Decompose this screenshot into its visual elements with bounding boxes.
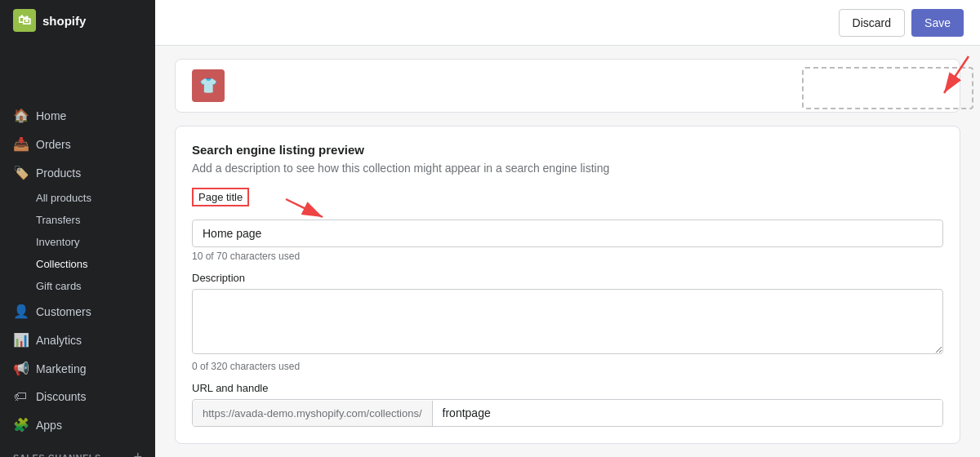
- url-prefix: https://avada-demo.myshopify.com/collect…: [193, 401, 433, 426]
- main-content: 👕 Search engine listing prev: [155, 46, 980, 457]
- analytics-icon: 📊: [13, 332, 28, 348]
- sidebar-item-products-label: Products: [36, 166, 81, 180]
- orders-icon: 📥: [13, 136, 28, 152]
- sidebar-subitem-collections[interactable]: Collections: [0, 253, 155, 275]
- sidebar-wrapper: 🏠 Home 📥 Orders 🏷️ Products All products: [0, 52, 155, 450]
- sidebar-item-marketing-label: Marketing: [36, 362, 86, 375]
- discard-button[interactable]: Discard: [839, 9, 905, 37]
- sidebar-item-customers[interactable]: 👤 Customers: [0, 297, 155, 326]
- sidebar-subitem-inventory[interactable]: Inventory: [0, 231, 155, 253]
- inventory-label: Inventory: [36, 236, 79, 248]
- marketing-icon: 📢: [13, 361, 28, 376]
- sidebar-item-products[interactable]: 🏷️ Products: [0, 158, 155, 187]
- header-actions: Discard Save: [839, 9, 964, 37]
- sidebar-nav: 🏠 Home 📥 Orders 🏷️ Products All products: [0, 98, 155, 457]
- page-title-label: Page title: [192, 188, 249, 206]
- sidebar: 🛍 shopify 🏠 Home 📥 Orders 🏷️ Products: [0, 46, 155, 457]
- sidebar-item-analytics[interactable]: 📊 Analytics: [0, 326, 155, 354]
- url-handle-container: https://avada-demo.myshopify.com/collect…: [192, 399, 943, 427]
- sidebar-item-home-label: Home: [36, 109, 66, 122]
- gift-cards-label: Gift cards: [36, 280, 82, 292]
- sidebar-item-customers-label: Customers: [36, 305, 91, 318]
- sales-channels-label: SALES CHANNELS: [13, 453, 101, 458]
- sidebar-item-orders-label: Orders: [36, 138, 71, 151]
- sidebar-subitem-all-products[interactable]: All products: [0, 187, 155, 209]
- sidebar-item-discounts[interactable]: 🏷 Discounts: [0, 383, 155, 410]
- sidebar-item-home[interactable]: 🏠 Home: [0, 101, 155, 130]
- search-engine-listing-card: Search engine listing preview Add a desc…: [175, 126, 960, 444]
- description-label: Description: [192, 272, 943, 284]
- customers-icon: 👤: [13, 304, 28, 319]
- description-char-count: 0 of 320 characters used: [192, 361, 943, 372]
- search-engine-description: Add a description to see how this collec…: [192, 162, 943, 175]
- page-title-label-wrapper: Page title: [192, 188, 249, 211]
- svg-line-3: [286, 199, 323, 217]
- url-handle-input[interactable]: [433, 400, 942, 426]
- dashed-annotation-box: [802, 67, 973, 109]
- transfers-label: Transfers: [36, 214, 80, 226]
- search-engine-title: Search engine listing preview: [192, 143, 943, 157]
- main-layout: 🛍 shopify 🏠 Home 📥 Orders 🏷️ Products: [0, 46, 980, 457]
- page-title-char-count: 10 of 70 characters used: [192, 251, 943, 262]
- discounts-icon: 🏷: [13, 389, 28, 404]
- arrow-annotation-page-title: [282, 191, 339, 224]
- collections-label: Collections: [36, 258, 88, 270]
- sidebar-item-analytics-label: Analytics: [36, 334, 82, 347]
- product-image: 👕: [192, 69, 225, 102]
- sidebar-subitem-transfers[interactable]: Transfers: [0, 209, 155, 231]
- sidebar-item-apps-label: Apps: [36, 419, 62, 432]
- apps-icon: 🧩: [13, 417, 28, 433]
- add-sales-channel-button[interactable]: +: [133, 449, 142, 457]
- sidebar-subitem-gift-cards[interactable]: Gift cards: [0, 275, 155, 297]
- content-area: 👕 Search engine listing prev: [155, 46, 980, 457]
- sidebar-item-marketing[interactable]: 📢 Marketing: [0, 354, 155, 383]
- sidebar-item-orders[interactable]: 📥 Orders: [0, 130, 155, 158]
- description-textarea[interactable]: [192, 289, 943, 354]
- home-icon: 🏠: [13, 108, 28, 123]
- url-handle-label: URL and handle: [192, 382, 943, 394]
- sales-channels-header: SALES CHANNELS +: [0, 439, 155, 457]
- sidebar-item-discounts-label: Discounts: [36, 390, 86, 403]
- page-title-input[interactable]: [192, 220, 943, 247]
- save-header-button[interactable]: Save: [911, 9, 964, 37]
- all-products-label: All products: [36, 192, 91, 204]
- products-icon: 🏷️: [13, 165, 28, 180]
- sidebar-item-apps[interactable]: 🧩 Apps: [0, 410, 155, 439]
